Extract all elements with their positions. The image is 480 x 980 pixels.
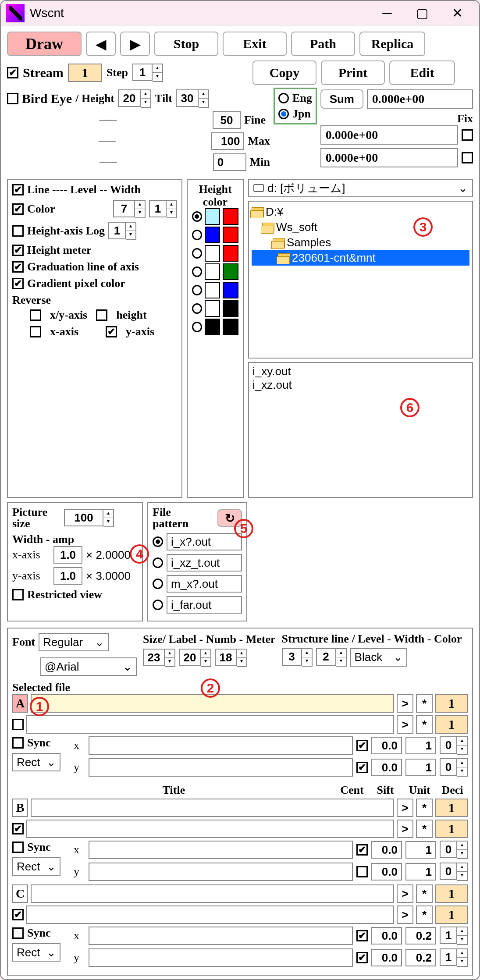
hcolor-sw1-6[interactable] xyxy=(205,319,220,335)
y-deci-A[interactable]: 0 xyxy=(440,758,457,776)
hcolor-radio-0[interactable] xyxy=(192,211,202,222)
struct-width[interactable]: 2 xyxy=(316,648,336,666)
font-family-select[interactable]: @Arial⌄ xyxy=(40,657,137,676)
x-deci-A[interactable]: 0 xyxy=(440,736,457,754)
size1-spin[interactable]: ▴▾ xyxy=(165,649,175,667)
rev-h-checkbox[interactable] xyxy=(96,309,107,321)
line-checkbox[interactable]: ✔ xyxy=(12,184,24,195)
birdeye-checkbox[interactable] xyxy=(7,93,18,104)
struct-lv-spin[interactable]: ▴▾ xyxy=(302,648,313,667)
file-star-C-2[interactable]: * xyxy=(416,905,433,924)
hcolor-sw1-3[interactable] xyxy=(205,263,220,280)
fpat-opt-0[interactable]: i_x?.out xyxy=(167,533,242,550)
hcolor-radio-3[interactable] xyxy=(192,266,202,277)
x-sift-B[interactable]: 1 xyxy=(405,841,436,859)
fpat-radio-1[interactable] xyxy=(153,557,163,568)
fpat-opt-1[interactable]: i_xz_t.out xyxy=(167,554,242,572)
x-deci-spin-C[interactable]: ▴▾ xyxy=(457,927,468,945)
x-input-C[interactable] xyxy=(89,927,353,945)
y-deci-B[interactable]: 0 xyxy=(440,863,457,880)
y-sift-C[interactable]: 0.2 xyxy=(405,949,436,966)
sync-chk-B[interactable] xyxy=(12,842,24,853)
restrict-checkbox[interactable] xyxy=(12,589,24,600)
file-gt-A-1[interactable]: > xyxy=(397,694,413,713)
file-gt-B-1[interactable]: > xyxy=(397,799,413,817)
hcolor-sw2-1[interactable] xyxy=(223,227,238,243)
file-item[interactable]: i_xz.out xyxy=(252,378,469,392)
struct-level[interactable]: 3 xyxy=(282,648,302,666)
minimize-button[interactable]: ─ xyxy=(378,4,396,22)
sync-chk-A[interactable] xyxy=(12,737,24,749)
file-star-B-1[interactable]: * xyxy=(416,799,433,817)
color-level-spin[interactable]: ▴▾ xyxy=(135,200,146,218)
next-button[interactable]: ▶ xyxy=(120,32,150,56)
x-input-A[interactable] xyxy=(89,736,353,755)
xaxis-value[interactable]: 1.0 xyxy=(53,546,82,564)
hcolor-sw2-5[interactable] xyxy=(223,300,238,317)
step-spinner[interactable]: ▴▾ xyxy=(153,64,163,82)
y-sift-B[interactable]: 1 xyxy=(405,863,436,881)
stop-button[interactable]: Stop xyxy=(154,32,218,56)
exit-button[interactable]: Exit xyxy=(223,32,287,56)
hmeter-checkbox[interactable]: ✔ xyxy=(12,245,24,256)
height-spinner[interactable]: ▴▾ xyxy=(141,89,151,108)
tree-item[interactable]: Ws_soft xyxy=(276,220,317,234)
x-deci-spin-B[interactable]: ▴▾ xyxy=(457,841,468,859)
x-cent-C[interactable]: 0.0 xyxy=(371,927,402,944)
size-label-val[interactable]: 23 xyxy=(143,649,165,666)
y-sift-A[interactable]: 1 xyxy=(405,759,436,776)
drive-select[interactable]: d: [ボリューム] ⌄ xyxy=(248,179,473,197)
file-input-B-1[interactable] xyxy=(31,799,394,817)
path-button[interactable]: Path xyxy=(291,32,355,56)
step-value[interactable]: 1 xyxy=(132,64,153,81)
color-level[interactable]: 7 xyxy=(113,200,135,217)
lang-eng-radio[interactable] xyxy=(278,93,289,103)
fpat-radio-3[interactable] xyxy=(153,600,163,610)
fpat-opt-3[interactable]: i_far.out xyxy=(167,596,242,614)
shape-select-C[interactable]: Rect⌄ xyxy=(12,943,60,962)
copy-button[interactable]: Copy xyxy=(252,60,316,85)
hcolor-sw2-2[interactable] xyxy=(223,245,238,262)
hcolor-sw2-0[interactable] xyxy=(223,208,238,225)
font-style-select[interactable]: Regular⌄ xyxy=(39,633,109,651)
tilt-spinner[interactable]: ▴▾ xyxy=(199,89,209,108)
y-chk-C[interactable]: ✔ xyxy=(356,952,368,963)
color-width[interactable]: 1 xyxy=(149,200,167,217)
gradpix-checkbox[interactable]: ✔ xyxy=(12,278,24,289)
close-button[interactable]: ✕ xyxy=(448,4,466,22)
fpat-radio-2[interactable] xyxy=(153,579,163,589)
x-input-B[interactable] xyxy=(89,841,353,859)
file-gt-C-2[interactable]: > xyxy=(397,905,413,924)
y-deci-spin-C[interactable]: ▴▾ xyxy=(457,948,468,967)
min-input[interactable]: 0 xyxy=(213,153,246,171)
x-chk-B[interactable]: ✔ xyxy=(356,844,368,856)
folder-tree[interactable]: D:¥ Ws_soft Samples 230601-cnt&mnt 3 xyxy=(248,201,473,359)
file-gt-A-2[interactable]: > xyxy=(397,715,413,734)
draw-button[interactable]: Draw xyxy=(7,32,82,56)
file-chk-B-2[interactable]: ✔ xyxy=(12,823,24,834)
x-deci-spin-A[interactable]: ▴▾ xyxy=(457,736,468,755)
fine-value[interactable]: 50 xyxy=(213,111,241,129)
x-chk-A[interactable]: ✔ xyxy=(356,740,368,751)
y-deci-spin-B[interactable]: ▴▾ xyxy=(457,863,468,881)
hcolor-radio-5[interactable] xyxy=(192,303,202,314)
file-chk-A-2[interactable] xyxy=(12,719,24,730)
y-input-A[interactable] xyxy=(89,758,353,777)
y-cent-B[interactable]: 0.0 xyxy=(371,863,402,881)
shape-select-B[interactable]: Rect⌄ xyxy=(12,857,60,876)
shape-select-A[interactable]: Rect⌄ xyxy=(12,753,60,771)
file-star-B-2[interactable]: * xyxy=(416,820,433,838)
file-chk-C-2[interactable]: ✔ xyxy=(12,909,24,920)
hcolor-radio-1[interactable] xyxy=(192,230,202,240)
file-input-A-2[interactable] xyxy=(26,715,394,734)
stream-checkbox[interactable]: ✔ xyxy=(7,67,18,78)
file-input-B-2[interactable] xyxy=(26,820,394,838)
hcolor-sw2-3[interactable] xyxy=(223,263,238,280)
file-star-C-1[interactable]: * xyxy=(416,884,433,903)
hcolor-sw1-4[interactable] xyxy=(205,282,220,298)
maximize-button[interactable]: ▢ xyxy=(413,4,431,22)
x-sift-C[interactable]: 0.2 xyxy=(405,927,436,944)
hcolor-sw1-1[interactable] xyxy=(205,227,220,243)
x-deci-B[interactable]: 0 xyxy=(440,841,457,858)
fpat-opt-2[interactable]: m_x?.out xyxy=(167,575,242,593)
